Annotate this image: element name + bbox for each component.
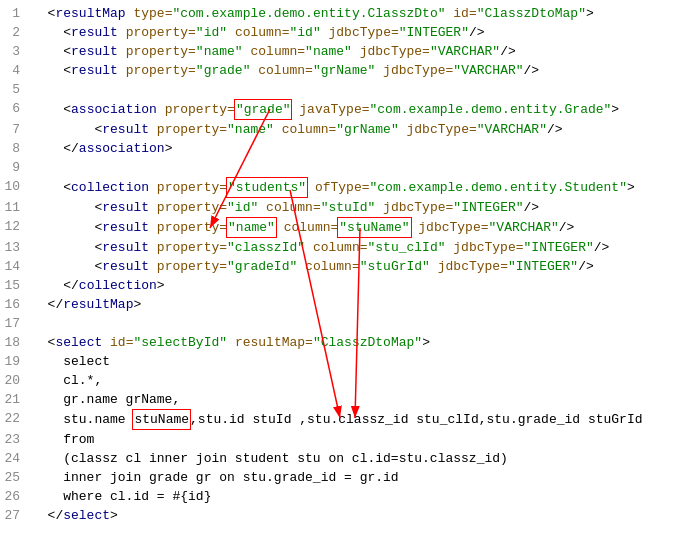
line-content: (classz cl inner join student stu on cl.… [32, 449, 688, 468]
line: 8 </association> [0, 139, 688, 158]
line: 9 [0, 158, 688, 177]
line-content: cl.*, [32, 371, 688, 390]
line-number: 17 [0, 314, 32, 333]
line-number: 18 [0, 333, 32, 352]
line-number: 22 [0, 409, 32, 428]
line-number: 24 [0, 449, 32, 468]
line-content: <result property="id" column="stuId" jdb… [32, 198, 688, 217]
line: 19 select [0, 352, 688, 371]
line: 6 <association property="grade" javaType… [0, 99, 688, 120]
line-number: 3 [0, 42, 32, 61]
line-content: </collection> [32, 276, 688, 295]
line-number: 4 [0, 61, 32, 80]
line-number: 6 [0, 99, 32, 118]
code-editor: 1 <resultMap type="com.example.demo.enti… [0, 0, 688, 529]
line-number: 8 [0, 139, 32, 158]
line-number: 21 [0, 390, 32, 409]
line-number: 27 [0, 506, 32, 525]
line-number: 19 [0, 352, 32, 371]
line: 15 </collection> [0, 276, 688, 295]
line: 16 </resultMap> [0, 295, 688, 314]
line: 21 gr.name grName, [0, 390, 688, 409]
line: 26 where cl.id = #{id} [0, 487, 688, 506]
line: 24 (classz cl inner join student stu on … [0, 449, 688, 468]
line-content: <result property="name" column="grName" … [32, 120, 688, 139]
line-number: 16 [0, 295, 32, 314]
line-number: 1 [0, 4, 32, 23]
line: 17 [0, 314, 688, 333]
line: 7 <result property="name" column="grName… [0, 120, 688, 139]
line-number: 20 [0, 371, 32, 390]
line: 13 <result property="classzId" column="s… [0, 238, 688, 257]
line: 23 from [0, 430, 688, 449]
line-number: 11 [0, 198, 32, 217]
line: 25 inner join grade gr on stu.grade_id =… [0, 468, 688, 487]
line-content: <resultMap type="com.example.demo.entity… [32, 4, 688, 23]
line-number: 13 [0, 238, 32, 257]
line: 14 <result property="gradeId" column="st… [0, 257, 688, 276]
line: 20 cl.*, [0, 371, 688, 390]
line: 18 <select id="selectById" resultMap="Cl… [0, 333, 688, 352]
line-content: <select id="selectById" resultMap="Class… [32, 333, 688, 352]
line-number: 10 [0, 177, 32, 196]
line-number: 5 [0, 80, 32, 99]
line-content: <result property="classzId" column="stu_… [32, 238, 688, 257]
line-number: 26 [0, 487, 32, 506]
line: 2 <result property="id" column="id" jdbc… [0, 23, 688, 42]
line-number: 7 [0, 120, 32, 139]
line: 12 <result property="name" column="stuNa… [0, 217, 688, 238]
line: 3 <result property="name" column="name" … [0, 42, 688, 61]
line-content: gr.name grName, [32, 390, 688, 409]
line-number: 9 [0, 158, 32, 177]
line-content: <collection property="students" ofType="… [32, 177, 688, 198]
line: 5 [0, 80, 688, 99]
line-number: 15 [0, 276, 32, 295]
line-content: <result property="name" column="name" jd… [32, 42, 688, 61]
line-number: 12 [0, 217, 32, 236]
line: 1 <resultMap type="com.example.demo.enti… [0, 4, 688, 23]
line-content: select [32, 352, 688, 371]
line: 11 <result property="id" column="stuId" … [0, 198, 688, 217]
line-content: <result property="gradeId" column="stuGr… [32, 257, 688, 276]
line-content: <result property="name" column="stuName"… [32, 217, 688, 238]
line: 4 <result property="grade" column="grNam… [0, 61, 688, 80]
line-content: where cl.id = #{id} [32, 487, 688, 506]
line-content: <result property="id" column="id" jdbcTy… [32, 23, 688, 42]
line-number: 23 [0, 430, 32, 449]
line-number: 2 [0, 23, 32, 42]
line-content: <result property="grade" column="grName"… [32, 61, 688, 80]
line-number: 25 [0, 468, 32, 487]
line: 27 </select> [0, 506, 688, 525]
line-content: </select> [32, 506, 688, 525]
line-content: </association> [32, 139, 688, 158]
line: 22 stu.name stuName,stu.id stuId ,stu.cl… [0, 409, 688, 430]
line-content: stu.name stuName,stu.id stuId ,stu.class… [32, 409, 688, 430]
line-content: from [32, 430, 688, 449]
line: 10 <collection property="students" ofTyp… [0, 177, 688, 198]
line-content: inner join grade gr on stu.grade_id = gr… [32, 468, 688, 487]
line-number: 14 [0, 257, 32, 276]
line-content: <association property="grade" javaType="… [32, 99, 688, 120]
line-content: </resultMap> [32, 295, 688, 314]
